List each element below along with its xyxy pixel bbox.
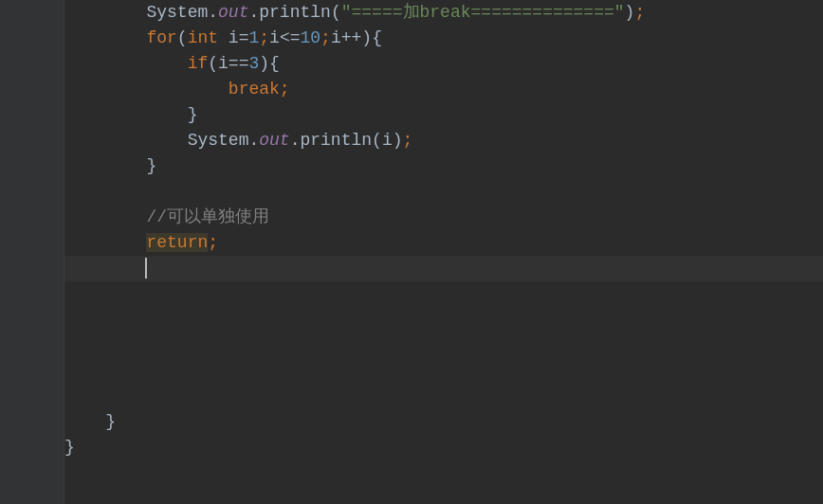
editor-gutter [0,0,64,504]
keyword-return: return [146,233,208,252]
semicolon: ; [259,28,269,47]
lparen: ( [372,131,382,150]
dot: . [248,3,259,22]
rbrace: } [64,438,75,457]
equals-equals: == [229,54,249,73]
keyword-for: for [146,28,176,47]
rparen: ) [259,54,269,73]
code-line[interactable]: return; [64,230,823,256]
rbrace: } [146,156,156,175]
method-println: println [300,131,372,150]
semicolon: ; [208,233,218,252]
semicolon: ; [634,3,645,22]
rparen: ) [625,3,635,22]
dot: . [208,3,218,22]
lbrace: { [269,54,280,73]
rparen: ) [393,131,403,150]
keyword-int: int [188,28,218,47]
rbrace: } [105,412,116,431]
lparen: ( [331,3,341,22]
dot: . [248,131,259,150]
dot: . [290,131,301,150]
text-cursor [145,258,147,279]
number-1: 1 [248,28,259,47]
comment: //可以单独使用 [146,207,269,226]
class-ref: System [188,131,249,150]
semicolon: ; [320,28,331,47]
keyword-break: break [229,80,280,99]
static-field-out: out [218,3,248,22]
var-i: i [218,54,229,73]
lbrace: { [372,28,382,47]
code-line[interactable]: } [64,102,823,128]
code-line[interactable] [64,307,823,333]
code-line[interactable]: } [64,435,823,460]
code-line[interactable]: System.out.println("=====加break=========… [64,0,823,26]
number-10: 10 [301,28,321,47]
class-ref: System [146,3,208,22]
code-line-current[interactable] [64,256,823,281]
number-3: 3 [248,54,259,73]
method-println: println [259,3,331,22]
code-line[interactable] [64,281,823,307]
semicolon: ; [403,131,413,150]
code-line[interactable] [64,358,823,384]
rbrace: } [188,105,198,124]
string-literal: "=====加break==============" [341,3,625,22]
code-line[interactable]: System.out.println(i); [64,128,823,153]
code-line[interactable] [64,384,823,409]
var-i: i [382,131,393,150]
lparen: ( [208,54,218,73]
code-line[interactable] [64,179,823,205]
code-line[interactable]: for(int i=1;i<=10;i++){ [64,26,823,51]
code-line[interactable] [64,333,823,358]
static-field-out: out [259,131,289,150]
rparen: ) [361,28,372,47]
keyword-if: if [188,54,209,73]
code-line[interactable]: if(i==3){ [64,51,823,77]
code-editor[interactable]: System.out.println("=====加break=========… [64,0,823,504]
code-line[interactable]: } [64,153,823,179]
equals: = [239,28,249,47]
code-line[interactable]: break; [64,77,823,102]
cond: i<= [269,28,300,47]
code-line[interactable]: //可以单独使用 [64,205,823,230]
var-i: i [218,28,239,47]
code-line[interactable]: } [64,409,823,435]
lparen: ( [177,28,188,47]
increment: i++ [331,28,361,47]
semicolon: ; [280,80,290,99]
